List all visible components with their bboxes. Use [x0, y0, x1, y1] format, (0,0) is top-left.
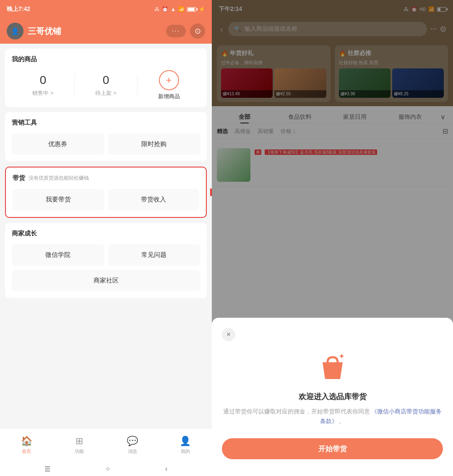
- modal-close-button[interactable]: ×: [222, 328, 235, 341]
- status-time-left: 晚上7:42: [7, 5, 30, 13]
- more-button[interactable]: ···: [166, 25, 186, 37]
- marketing-title: 营销工具: [12, 119, 200, 127]
- bluetooth-icon: ⁂: [154, 6, 159, 12]
- battery-icon-left: [187, 7, 196, 12]
- faq-button[interactable]: 常见问题: [108, 244, 200, 266]
- add-icon: +: [159, 70, 179, 90]
- daihuo-card: 带货 没有优质货源也能轻松赚钱 我要带货 带货收入: [5, 167, 207, 218]
- message-icon: 💬: [127, 436, 138, 447]
- daihuo-header: 带货 没有优质货源也能轻松赚钱: [13, 174, 199, 182]
- daihuo-income-button[interactable]: 带货收入: [108, 189, 200, 210]
- close-icon: ×: [226, 331, 230, 338]
- add-label: 新增商品: [158, 93, 180, 100]
- growth-tools-grid: 微信学院 常见问题: [12, 244, 200, 266]
- my-products-card: 我的商品 0 销售中 > 0 待上架 > + 新增商品: [5, 49, 207, 107]
- modal-desc: 通过带货你可以赚取对应的佣金，开始带货即代表你同意 《微信小商店带货功能服务条款…: [222, 407, 443, 426]
- selling-stat[interactable]: 0 销售中 >: [12, 73, 74, 97]
- pending-count: 0: [75, 73, 137, 87]
- content-area: 我的商品 0 销售中 > 0 待上架 > + 新增商品: [0, 44, 212, 428]
- pending-stat[interactable]: 0 待上架 >: [75, 73, 137, 97]
- modal-sheet: × ✦ 欢迎进入选品库带货 通过带货你可以赚取对应的佣金，开始带货即代表你同意 …: [212, 318, 453, 476]
- bottom-nav: 🏠 首页 ⊞ 功能 💬 消息 👤 我的: [0, 428, 212, 462]
- sys-menu-icon[interactable]: ☰: [44, 465, 50, 473]
- nav-mine-label: 我的: [181, 448, 190, 455]
- start-daihuo-button[interactable]: 开始带货: [222, 438, 443, 459]
- home-icon: 🏠: [21, 436, 32, 447]
- app-header-left: 👤 三哥优铺: [7, 23, 61, 39]
- avatar[interactable]: 👤: [7, 23, 23, 39]
- daihuo-tools-grid: 我要带货 带货收入: [13, 189, 199, 210]
- nav-home[interactable]: 🏠 首页: [0, 436, 53, 455]
- nav-message[interactable]: 💬 消息: [106, 436, 159, 455]
- function-icon: ⊞: [76, 436, 83, 447]
- products-row: 0 销售中 > 0 待上架 > + 新增商品: [12, 70, 200, 100]
- battery-charging-icon: ⚡: [199, 6, 205, 12]
- nav-mine[interactable]: 👤 我的: [159, 436, 212, 455]
- app-header: 👤 三哥优铺 ··· ⊙: [0, 18, 212, 44]
- nav-message-label: 消息: [128, 448, 137, 455]
- marketing-tools-grid: 优惠券 限时抢购: [12, 133, 200, 155]
- status-bar-left: 晚上7:42 ⁂ ⏰ ▲ 📶 ⚡: [0, 0, 212, 18]
- scan-icon: ⊙: [195, 26, 201, 36]
- shopping-bag-icon: ✦: [316, 350, 349, 383]
- daihuo-start-button[interactable]: 我要带货: [13, 189, 104, 210]
- nav-function[interactable]: ⊞ 功能: [53, 436, 106, 455]
- coupon-button[interactable]: 优惠券: [12, 133, 104, 155]
- app-title: 三哥优铺: [28, 26, 61, 37]
- flash-sale-button[interactable]: 限时抢购: [108, 133, 200, 155]
- add-product[interactable]: + 新增商品: [138, 70, 200, 100]
- system-nav-bar-left: ☰ ○ ‹: [0, 462, 212, 476]
- daihuo-title: 带货: [13, 174, 25, 182]
- signal-icon: 📶: [178, 6, 185, 12]
- daihuo-subtitle: 没有优质货源也能轻松赚钱: [29, 175, 89, 182]
- modal-overlay: × ✦ 欢迎进入选品库带货 通过带货你可以赚取对应的佣金，开始带货即代表你同意 …: [212, 0, 453, 476]
- merchant-community-button[interactable]: 商家社区: [12, 270, 200, 291]
- pending-label: 待上架 >: [75, 89, 137, 97]
- growth-card: 商家成长 微信学院 常见问题 商家社区: [5, 223, 207, 298]
- mine-icon: 👤: [180, 436, 191, 447]
- svg-text:✦: ✦: [338, 352, 345, 361]
- marketing-card: 营销工具 优惠券 限时抢购: [5, 112, 207, 162]
- growth-title: 商家成长: [12, 230, 200, 238]
- selling-label: 销售中 >: [12, 89, 74, 97]
- alarm-icon: ⏰: [162, 6, 168, 12]
- my-products-title: 我的商品: [12, 55, 200, 63]
- right-panel: 下午2:14 ⁂ ⏰ HD 📶 ‹ 🔍 输入商品链接或名称 ··· ⊙ 🔥 年: [212, 0, 453, 476]
- sys-home-icon[interactable]: ○: [106, 465, 110, 473]
- nav-function-label: 功能: [75, 448, 84, 455]
- left-panel: 晚上7:42 ⁂ ⏰ ▲ 📶 ⚡ 👤 三哥优铺 ··· ⊙: [0, 0, 212, 476]
- selling-count: 0: [12, 73, 74, 87]
- header-right: ··· ⊙: [166, 24, 205, 39]
- sys-back-icon[interactable]: ‹: [165, 465, 167, 473]
- scan-button[interactable]: ⊙: [190, 24, 205, 39]
- modal-icon-container: ✦: [316, 350, 349, 383]
- wechat-academy-button[interactable]: 微信学院: [12, 244, 104, 266]
- wifi-icon: ▲: [171, 6, 176, 12]
- nav-home-label: 首页: [22, 448, 31, 455]
- modal-title: 欢迎进入选品库带货: [299, 392, 367, 402]
- status-icons-left: ⁂ ⏰ ▲ 📶 ⚡: [154, 6, 205, 12]
